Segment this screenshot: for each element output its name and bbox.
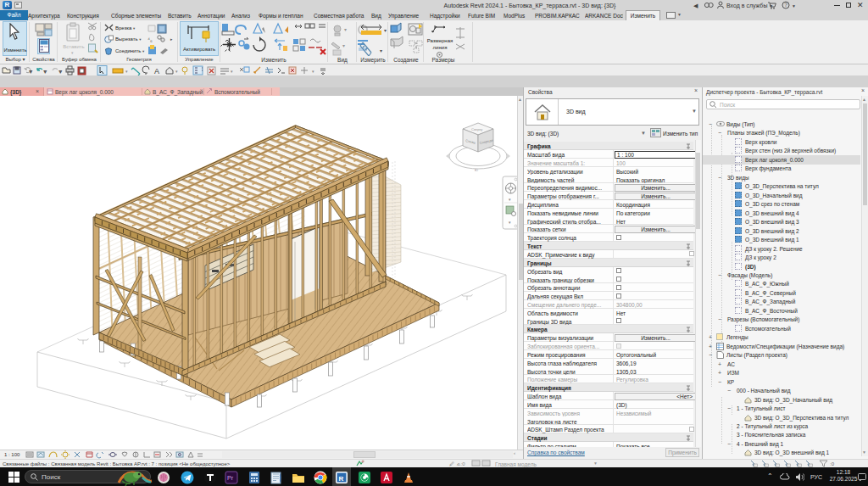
svg-text:Ю: Ю [475, 168, 478, 172]
svg-text:▾: ▾ [380, 48, 382, 53]
svg-text:▾: ▾ [231, 69, 233, 74]
svg-text:R: R [339, 475, 344, 483]
svg-text:Сверху: Сверху [471, 127, 482, 131]
svg-text:Pr: Pr [227, 475, 234, 481]
svg-text:▾: ▾ [59, 69, 62, 74]
svg-text:▾: ▾ [44, 69, 47, 74]
svg-text:▾: ▾ [342, 43, 345, 48]
svg-text:▾: ▾ [125, 69, 128, 74]
svg-text:▾: ▾ [344, 27, 347, 32]
svg-text:▾: ▾ [312, 69, 314, 74]
svg-text:⁴₆: ⁴₆ [147, 36, 153, 42]
svg-text:▾: ▾ [175, 69, 178, 74]
svg-text:▾: ▾ [384, 28, 387, 33]
svg-text:A: A [154, 67, 159, 75]
svg-text:▾: ▾ [30, 69, 32, 74]
svg-text:?: ? [784, 2, 787, 8]
svg-text:▸: ▸ [170, 36, 173, 42]
